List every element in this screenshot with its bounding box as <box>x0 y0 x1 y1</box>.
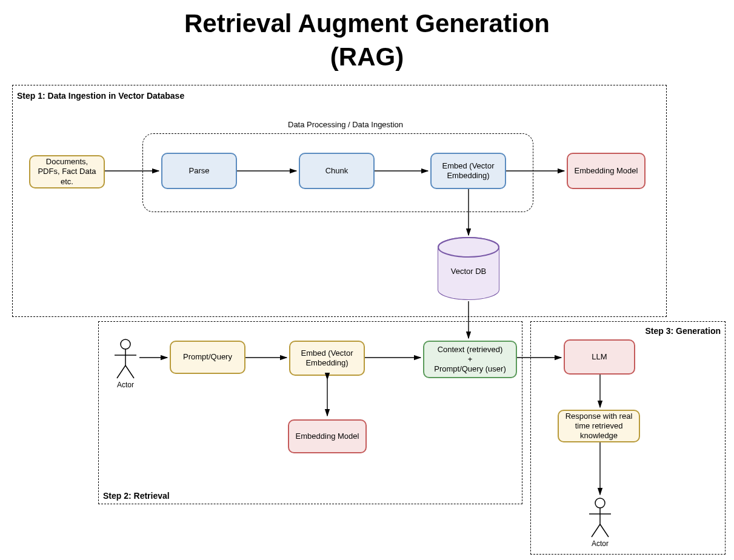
svg-line-5 <box>117 365 125 378</box>
node-parse: Parse <box>161 153 237 189</box>
node-context-plus-prompt: Context (retrieved) + Prompt/Query (user… <box>423 341 517 378</box>
node-vector-db: Vector DB <box>435 236 502 300</box>
node-embed-ingest: Embed (Vector Embedding) <box>430 153 506 189</box>
node-documents: Documents, PDFs, Fact Data etc. <box>29 155 105 188</box>
node-embed-retrieval: Embed (Vector Embedding) <box>289 341 365 376</box>
svg-line-6 <box>125 365 134 378</box>
svg-point-1 <box>438 238 499 257</box>
step3-label: Step 3: Generation <box>646 326 721 336</box>
main-title-line2: (RAG) <box>0 42 734 72</box>
svg-point-7 <box>595 498 605 508</box>
vector-db-label: Vector DB <box>435 267 502 276</box>
svg-point-2 <box>121 339 130 349</box>
actor-user-label: Actor <box>104 381 147 389</box>
node-response: Response with real time retrieved knowle… <box>558 410 640 442</box>
svg-line-10 <box>592 524 600 537</box>
step1-label: Step 1: Data Ingestion in Vector Databas… <box>17 91 184 101</box>
node-llm: LLM <box>564 339 635 375</box>
node-embedding-model-ingest: Embedding Model <box>567 153 646 189</box>
step2-label: Step 2: Retrieval <box>103 491 170 501</box>
actor-output: Actor <box>586 497 615 544</box>
svg-line-11 <box>600 524 609 537</box>
main-title-line1: Retrieval Augment Generation <box>0 9 734 38</box>
step1-inner-label: Data Processing / Data Ingestion <box>288 120 403 129</box>
actor-output-label: Actor <box>578 539 622 548</box>
node-chunk: Chunk <box>299 153 375 189</box>
node-prompt-query: Prompt/Query <box>170 341 245 374</box>
node-embedding-model-retrieval: Embedding Model <box>288 419 367 453</box>
actor-user: Actor <box>111 338 140 385</box>
diagram-stage: Retrieval Augment Generation (RAG) Step … <box>0 0 734 560</box>
